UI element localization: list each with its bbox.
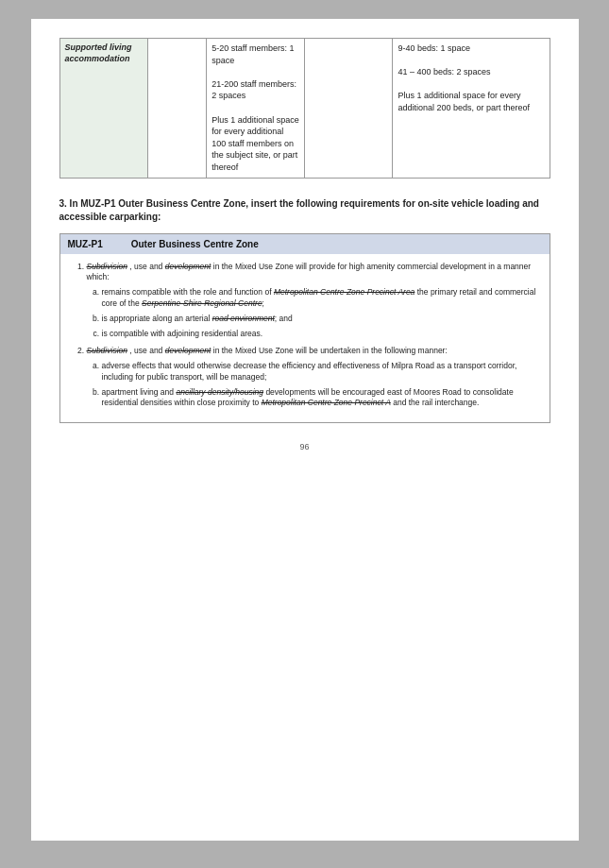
subitem-1a: remains compatible with the role and fun… [102, 287, 538, 310]
subitem-2a: adverse effects that would otherwise dec… [102, 361, 538, 383]
list-item-2: Subdivision , use and development in the… [87, 346, 538, 409]
cell-beds-spaces: 9-40 beds: 1 space 41 – 400 beds: 2 spac… [393, 39, 550, 179]
development-1: development [165, 262, 211, 271]
subdivision-1: Subdivision [87, 262, 127, 271]
list-item-1: Subdivision , use and development in the… [87, 262, 538, 340]
muz-list: Subdivision , use and development in the… [72, 262, 538, 410]
parking-table: Supported living accommodation 5-20 staf… [59, 38, 550, 179]
muz-box: MUZ-P1 Outer Business Centre Zone Subdiv… [59, 233, 550, 424]
page: Supported living accommodation 5-20 staf… [31, 19, 579, 841]
muz-header: MUZ-P1 Outer Business Centre Zone [60, 234, 550, 254]
sublist-1: remains compatible with the role and fun… [87, 287, 538, 340]
muz-code: MUZ-P1 [68, 239, 103, 249]
section3-heading: 3. In MUZ-P1 Outer Business Centre Zone,… [59, 197, 550, 224]
page-number: 96 [59, 442, 550, 451]
sublist-2: adverse effects that would otherwise dec… [87, 361, 538, 410]
table-row: Supported living accommodation 5-20 staf… [59, 39, 550, 179]
cell-staff-spaces: 5-20 staff members: 1 space 21-200 staff… [207, 39, 305, 179]
use-type-label: Supported living accommodation [65, 43, 132, 63]
beds-spaces-text: 9-40 beds: 1 space 41 – 400 beds: 2 spac… [398, 43, 544, 114]
cell-col2 [147, 39, 206, 179]
cell-col4 [304, 39, 392, 179]
subitem-2b: apartment living and ancillary density/h… [102, 387, 538, 410]
staff-spaces-text: 5-20 staff members: 1 space 21-200 staff… [211, 43, 299, 174]
muz-title: Outer Business Centre Zone [131, 239, 259, 249]
muz-content: Subdivision , use and development in the… [60, 254, 550, 423]
subitem-1b: is appropriate along an arterial road en… [102, 314, 538, 325]
table-section: Supported living accommodation 5-20 staf… [59, 38, 550, 179]
subdivision-2: Subdivision [87, 346, 127, 355]
development-2: development [165, 346, 211, 355]
cell-use-type: Supported living accommodation [59, 39, 147, 179]
subitem-1c: is compatible with adjoining residential… [102, 329, 538, 340]
